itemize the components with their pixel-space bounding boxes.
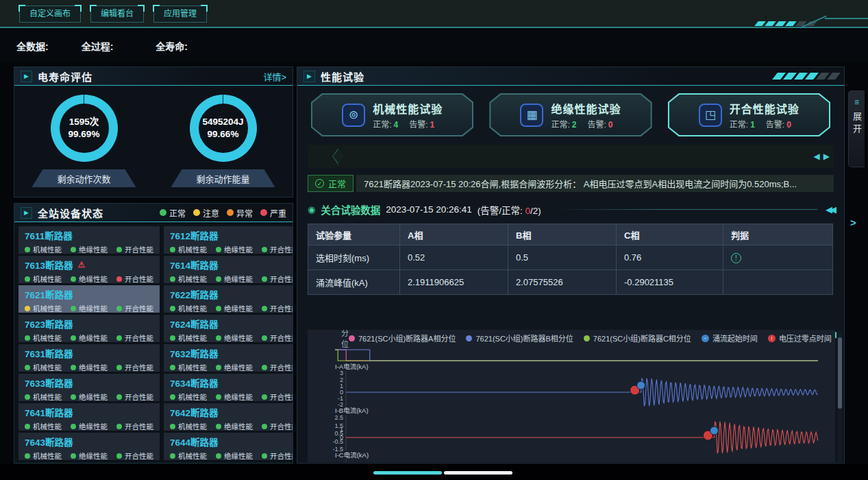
- top-bar: 自定义画布编辑看台应用管理: [0, 0, 868, 28]
- status-dot: [116, 394, 122, 400]
- status-label: 开合性能: [125, 244, 153, 254]
- status-item: 机械性能: [25, 421, 62, 431]
- status-label: 开合性能: [270, 421, 293, 431]
- expand-side-tab[interactable]: ≡ 展开: [848, 91, 865, 167]
- device-card[interactable]: 7613断路器⚠机械性能绝缘性能开合性能: [18, 256, 160, 283]
- test-card[interactable]: ▦绝缘性能试验正常:2告警:0: [489, 93, 652, 136]
- legend-item: 注意: [193, 207, 219, 219]
- legend-dot: [193, 209, 200, 216]
- status-item: 开合性能: [262, 362, 293, 372]
- device-card[interactable]: 7611断路器机械性能绝缘性能开合性能: [18, 226, 160, 254]
- test-card[interactable]: ◳开合性能试验正常:1告警:0: [668, 93, 830, 136]
- life-panel-title: 电寿命评估: [38, 69, 92, 84]
- test-card-text: 机械性能试验正常:4告警:1: [373, 100, 443, 130]
- device-card[interactable]: 7642断路器机械性能绝缘性能开合性能: [164, 403, 293, 431]
- status-dot: [25, 247, 30, 252]
- page-indicator[interactable]: [444, 471, 512, 475]
- status-item: 绝缘性能: [216, 303, 253, 313]
- test-card[interactable]: ⊚机械性能试验正常:4告警:1: [311, 93, 473, 136]
- device-name-text: 7631断路器: [25, 346, 73, 360]
- toolbar-button-1[interactable]: 编辑看台: [90, 5, 144, 23]
- status-item: 开合性能: [116, 421, 153, 431]
- status-item: 开合性能: [116, 274, 153, 284]
- chart-legend-entry[interactable]: 7621(SC小组)断路器A相分位: [349, 333, 456, 344]
- test-card-inner: ⊚机械性能试验正常:4告警:1: [312, 95, 472, 135]
- gauge-value: 5495204J: [202, 116, 243, 128]
- status-item: 绝缘性能: [216, 274, 253, 284]
- chart-scrollbar[interactable]: [838, 331, 842, 461]
- status-label: 绝缘性能: [224, 451, 253, 461]
- device-card[interactable]: 7632断路器机械性能绝缘性能开合性能: [164, 344, 293, 372]
- chart-legend-entry[interactable]: !电压过零点时间: [768, 333, 832, 344]
- test-card-title: 机械性能试验: [373, 100, 443, 117]
- date-tab-partial[interactable]: [332, 148, 343, 165]
- device-statuses: 机械性能绝缘性能开合性能: [25, 244, 153, 254]
- status-dot: [170, 335, 175, 341]
- device-card[interactable]: 7623断路器机械性能绝缘性能开合性能: [18, 315, 160, 342]
- status-label: 开合性能: [125, 333, 153, 343]
- status-item: 绝缘性能: [71, 392, 108, 402]
- device-name: 7621断路器: [25, 287, 153, 301]
- gauge-button[interactable]: 剩余动作次数: [32, 169, 136, 187]
- device-name-text: 7614断路器: [170, 258, 219, 272]
- topbar-corner-line: [825, 18, 868, 19]
- table-cell: -0.29021135: [617, 270, 723, 295]
- legend-dot: [227, 209, 234, 216]
- status-badge-label: 正常: [328, 177, 346, 190]
- status-item: 机械性能: [25, 333, 62, 343]
- series-color-dot: [466, 335, 472, 341]
- chart-scrollbar-thumb[interactable]: [838, 337, 842, 409]
- status-label: 绝缘性能: [79, 274, 108, 284]
- status-label: 机械性能: [178, 392, 207, 402]
- device-card[interactable]: 7622断路器机械性能绝缘性能开合性能: [164, 285, 293, 313]
- chart-legend-entry[interactable]: ~涌流起始时间: [702, 333, 758, 344]
- tab-nav-right-icon[interactable]: ▶: [823, 152, 830, 161]
- page-indicator-active[interactable]: [373, 471, 442, 475]
- verdict-icon[interactable]: !: [731, 253, 741, 263]
- device-name-text: 7623断路器: [25, 317, 73, 331]
- waveform-chart: 分位 7621(SC小组)断路器A相分位7621(SC小组)断路器B相分位762…: [308, 330, 835, 462]
- collapse-left-icon[interactable]: ◀◀: [826, 204, 834, 215]
- status-dot: [116, 306, 122, 311]
- status-dot: [116, 453, 122, 459]
- device-card[interactable]: 7641断路器机械性能绝缘性能开合性能: [18, 403, 160, 431]
- chart-legend-label: 涌流起始时间: [712, 333, 758, 344]
- normal-stat: 正常:4: [373, 118, 398, 130]
- status-item: 开合性能: [262, 421, 293, 431]
- legend-dot: [160, 209, 166, 216]
- device-card[interactable]: 7643断路器机械性能绝缘性能开合性能: [18, 433, 160, 460]
- status-item: 机械性能: [25, 392, 62, 402]
- device-card[interactable]: 7624断路器机械性能绝缘性能开合性能: [164, 315, 293, 342]
- device-card[interactable]: 7614断路器机械性能绝缘性能开合性能: [164, 256, 293, 283]
- status-label: 机械性能: [178, 274, 207, 284]
- status-item: 绝缘性能: [71, 451, 108, 461]
- chart-legend-entry[interactable]: 7621(SC小组)断路器B相分位: [466, 333, 573, 344]
- device-card[interactable]: 7633断路器机械性能绝缘性能开合性能: [18, 374, 160, 401]
- bottom-bar: [0, 464, 868, 480]
- device-name: 7632断路器: [170, 346, 293, 360]
- toolbar-button-0[interactable]: 自定义画布: [19, 5, 81, 23]
- legend-label: 正常: [169, 207, 186, 219]
- table-cell: 0.76: [617, 245, 723, 270]
- device-card[interactable]: 7644断路器机械性能绝缘性能开合性能: [164, 433, 293, 460]
- status-label: 机械性能: [33, 274, 62, 284]
- status-item: 开合性能: [116, 451, 153, 461]
- divider-line: [556, 209, 817, 210]
- table-cell: 0.52: [400, 245, 508, 270]
- status-item: 绝缘性能: [71, 362, 108, 372]
- device-card[interactable]: 7634断路器机械性能绝缘性能开合性能: [164, 374, 293, 401]
- marker-badge-icon: ~: [702, 335, 709, 342]
- device-card[interactable]: 7631断路器机械性能绝缘性能开合性能: [18, 344, 160, 372]
- chevron-right-icon[interactable]: >: [850, 217, 856, 228]
- detail-link[interactable]: 详情>: [263, 70, 286, 83]
- device-card[interactable]: 7621断路器机械性能绝缘性能开合性能: [18, 285, 160, 313]
- gauge-button[interactable]: 剩余动作能量: [171, 169, 275, 187]
- device-panel-header: ▶ 全站设备状态 正常注意异常严重: [14, 204, 293, 222]
- test-card-stats: 正常:4告警:1: [373, 118, 443, 130]
- status-item: 机械性能: [25, 303, 62, 313]
- toolbar-button-2[interactable]: 应用管理: [153, 5, 207, 23]
- device-card[interactable]: 7612断路器机械性能绝缘性能开合性能: [164, 226, 293, 254]
- legend-label: 注意: [203, 207, 219, 219]
- chart-legend-entry[interactable]: 7621(SC小组)断路器C相分位: [584, 333, 691, 344]
- tab-nav-left-icon[interactable]: ◀: [814, 152, 820, 161]
